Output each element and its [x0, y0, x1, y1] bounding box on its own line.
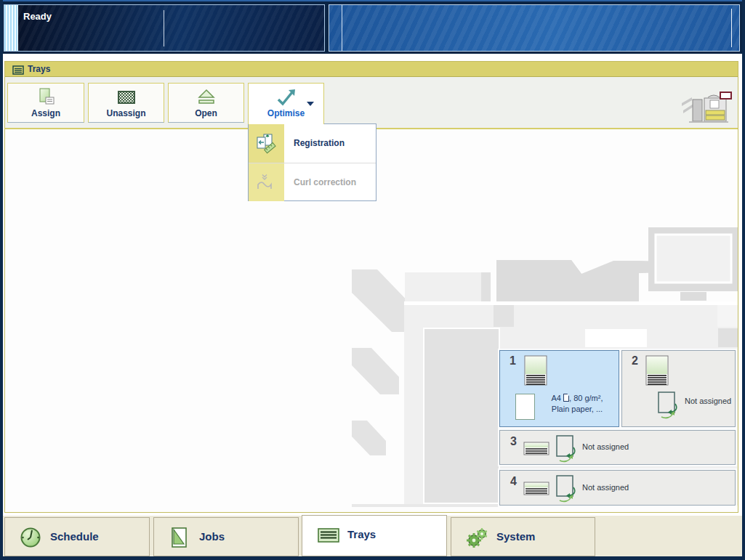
- tray-status: Not assigned: [582, 483, 629, 492]
- message-panel-right-divider: [731, 9, 732, 47]
- panel-title-bar: Trays: [5, 62, 738, 77]
- paper-stack-icon: [524, 355, 547, 389]
- tray-panel-2[interactable]: 2 Not assigned: [621, 350, 736, 427]
- open-icon: [169, 87, 243, 107]
- tray-panel-4[interactable]: 4 Not assigned: [499, 470, 736, 506]
- tab-trays[interactable]: Trays: [302, 515, 447, 556]
- panel-title: Trays: [28, 64, 50, 74]
- menu-item-registration[interactable]: Registration: [249, 124, 376, 163]
- status-stripes-decoration: [4, 5, 18, 51]
- tab-jobs[interactable]: Jobs: [153, 517, 299, 556]
- printer-controller-app: Ready Trays: [0, 0, 745, 560]
- gears-icon: [466, 527, 489, 551]
- menu-item-curl-correction-label: Curl correction: [294, 177, 356, 187]
- tab-jobs-label: Jobs: [199, 530, 225, 543]
- unassign-icon: [89, 87, 164, 107]
- tray-number: 4: [510, 475, 517, 488]
- media-color-swatch: [515, 394, 535, 420]
- tray-status: Not assigned: [582, 442, 629, 451]
- not-assigned-icon: [555, 474, 577, 506]
- unassign-button[interactable]: Unassign: [88, 83, 164, 123]
- menu-item-registration-label: Registration: [294, 138, 345, 148]
- tab-system[interactable]: System: [451, 517, 595, 556]
- tray-number: 1: [510, 354, 516, 368]
- window-left-edge: [0, 0, 3, 560]
- printer-status-text: Ready: [23, 11, 52, 22]
- optimise-dropdown-caret: [307, 102, 314, 106]
- tab-schedule-label: Schedule: [50, 530, 99, 543]
- menu-item-curl-correction[interactable]: Curl correction: [249, 163, 376, 201]
- not-assigned-icon: [555, 434, 577, 466]
- media-weight: , 80 g/m²,: [569, 394, 603, 402]
- optimise-button-label: Optimise: [249, 108, 323, 118]
- assign-button[interactable]: Assign: [7, 83, 84, 123]
- status-panel: Ready: [4, 4, 325, 52]
- status-header: Ready: [0, 0, 745, 54]
- paper-stack-icon: [645, 355, 669, 389]
- tray-status: Not assigned: [685, 397, 731, 405]
- unassign-button-label: Unassign: [89, 108, 164, 118]
- trays-icon: [317, 524, 340, 549]
- message-panel: [329, 4, 740, 52]
- window-bottom-edge: [0, 556, 745, 560]
- window-top-edge: [0, 0, 745, 1]
- tray-media-description: A4 , 80 g/m², Plain paper, ...: [538, 393, 616, 415]
- curl-correction-icon: [256, 173, 276, 196]
- printer-status-icon: [680, 92, 733, 128]
- window-right-edge: [742, 0, 745, 560]
- message-panel-divider: [342, 5, 342, 51]
- registration-icon: [256, 134, 276, 157]
- paper-stack-icon-flat: [523, 442, 549, 458]
- optimise-menu: Registration Curl correction: [248, 123, 376, 201]
- assign-icon: [8, 87, 84, 107]
- tray-number: 2: [632, 354, 638, 368]
- paper-stack-icon-flat: [523, 482, 549, 498]
- tray-panel-1[interactable]: 1 A4 , 80 g/m², Plain paper, ...: [499, 350, 619, 427]
- clock-icon: [20, 527, 41, 551]
- tray-icon: [12, 65, 24, 78]
- jobs-icon: [169, 527, 190, 551]
- media-type: Plain paper, ...: [552, 405, 603, 413]
- tray-panel-3[interactable]: 3 Not assigned: [499, 430, 736, 465]
- tab-system-label: System: [496, 530, 535, 543]
- tab-trays-label: Trays: [347, 528, 376, 540]
- optimise-button-label-wrap: Open: [169, 108, 243, 118]
- tray-number: 3: [510, 435, 517, 448]
- portrait-page-icon: [563, 394, 569, 402]
- not-assigned-icon: [657, 391, 679, 423]
- optimise-button[interactable]: Optimise: [248, 83, 324, 124]
- open-button[interactable]: Open: [168, 83, 244, 123]
- tab-schedule[interactable]: Schedule: [4, 517, 150, 556]
- assign-button-label: Assign: [8, 108, 84, 118]
- status-panel-divider: [164, 10, 164, 46]
- media-size: A4: [552, 394, 561, 402]
